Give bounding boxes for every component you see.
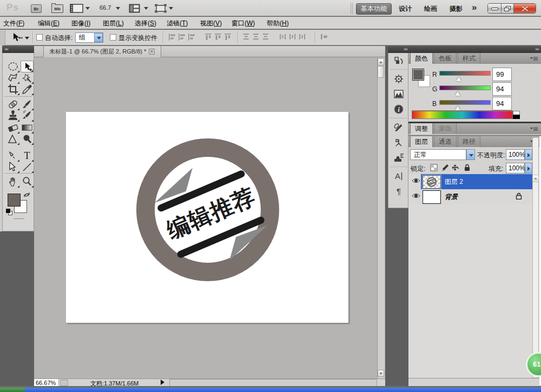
svg-text:A: A <box>395 171 400 181</box>
svg-text:i: i <box>398 105 400 114</box>
svg-text:¶: ¶ <box>397 187 401 196</box>
svg-text:T: T <box>24 150 30 161</box>
